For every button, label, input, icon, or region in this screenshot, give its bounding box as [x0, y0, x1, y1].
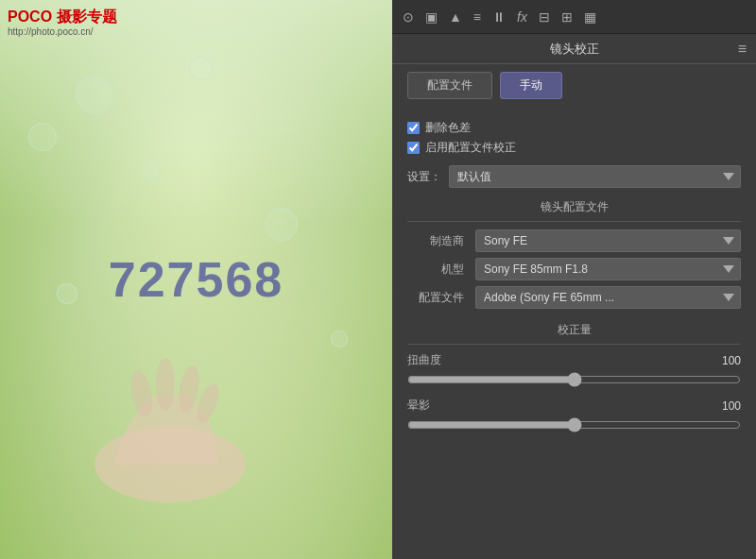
toolbar-icon-8[interactable]: ▦ [581, 8, 599, 26]
toolbar-icon-6[interactable]: ⊟ [536, 8, 553, 26]
config-file-select[interactable]: Adobe (Sony FE 65mm ... Adobe (Sony FE 8… [475, 286, 741, 309]
toolbar-icon-7[interactable]: ⊞ [558, 8, 576, 26]
toolbar-icon-fx[interactable]: fx [514, 8, 530, 26]
checkbox-group: 删除色差 启用配置文件校正 [407, 120, 741, 156]
toolbar-icon-2[interactable]: ▣ [422, 8, 440, 26]
distortion-value: 100 [713, 354, 741, 367]
toolbar: ⊙ ▣ ▲ ≡ ⏸ fx ⊟ ⊞ ▦ [392, 0, 756, 34]
bubble [142, 161, 161, 179]
bubble [189, 57, 213, 80]
watermark-brand: POCO 摄影专题 [8, 8, 117, 27]
model-select[interactable]: Sony FE 85mm F1.8 Sony FE 50mm F1.8 Sony… [475, 258, 741, 280]
bubble [76, 76, 113, 113]
config-file-label: 配置文件 [407, 290, 464, 306]
tab-profile[interactable]: 配置文件 [407, 72, 492, 99]
config-file-row: 配置文件 Adobe (Sony FE 65mm ... Adobe (Sony… [407, 286, 741, 309]
poco-text: POCO 摄影专题 [8, 8, 117, 25]
model-row: 机型 Sony FE 85mm F1.8 Sony FE 50mm F1.8 S… [407, 258, 741, 280]
panel-header: 镜头校正 ≡ [392, 34, 756, 64]
toolbar-icon-4[interactable]: ≡ [471, 8, 484, 26]
right-panel: ⊙ ▣ ▲ ≡ ⏸ fx ⊟ ⊞ ▦ 镜头校正 ≡ 配置文件 手动 删除色差 启… [392, 0, 756, 559]
vignette-slider[interactable] [407, 417, 741, 432]
tab-manual[interactable]: 手动 [500, 72, 562, 99]
watermark-url: http://photo.poco.cn/ [8, 26, 94, 37]
panel-title: 镜头校正 [550, 41, 599, 58]
checkbox-remove-aberration: 删除色差 [407, 120, 741, 136]
distortion-label: 扭曲度 [407, 352, 441, 368]
model-label: 机型 [407, 262, 464, 278]
correction-section: 校正量 扭曲度 100 晕影 100 [407, 322, 741, 435]
lens-profile-section-title: 镜头配置文件 [407, 199, 741, 222]
distortion-slider-row: 扭曲度 100 [407, 352, 741, 390]
settings-label: 设置： [407, 169, 441, 185]
tabs-row: 配置文件 手动 [392, 64, 756, 107]
manufacturer-label: 制造商 [407, 233, 464, 249]
bubble [331, 330, 348, 347]
correction-section-title: 校正量 [407, 322, 741, 345]
vignette-value: 100 [713, 399, 741, 413]
vignette-slider-row: 晕影 100 [407, 398, 741, 435]
svg-point-2 [156, 358, 175, 411]
manufacturer-row: 制造商 Sony FE Canon Nikon Sigma [407, 229, 741, 252]
vignette-label: 晕影 [407, 398, 430, 414]
checkbox-enable-profile: 启用配置文件校正 [407, 140, 741, 156]
distortion-slider[interactable] [407, 372, 741, 387]
checkbox-remove-aberration-input[interactable] [407, 122, 420, 134]
photo-panel: 727568 POCO 摄影专题 http://photo.poco.cn/ [0, 0, 392, 559]
hand-illustration [28, 295, 312, 502]
manufacturer-select[interactable]: Sony FE Canon Nikon Sigma [475, 229, 741, 252]
checkbox-remove-aberration-label: 删除色差 [425, 120, 471, 136]
checkbox-enable-profile-input[interactable] [407, 142, 420, 154]
bubble [265, 208, 298, 241]
settings-select[interactable]: 默认值 自定义 [449, 165, 741, 188]
settings-row: 设置： 默认值 自定义 [407, 165, 741, 188]
bubble [28, 123, 57, 151]
content-area: 删除色差 启用配置文件校正 设置： 默认值 自定义 镜头配置文件 制造商 Son… [392, 107, 756, 559]
panel-menu-icon[interactable]: ≡ [738, 41, 747, 58]
toolbar-icon-5[interactable]: ⏸ [490, 8, 508, 26]
toolbar-icon-3[interactable]: ▲ [446, 8, 465, 26]
toolbar-icon-1[interactable]: ⊙ [400, 8, 417, 26]
checkbox-enable-profile-label: 启用配置文件校正 [425, 140, 516, 156]
